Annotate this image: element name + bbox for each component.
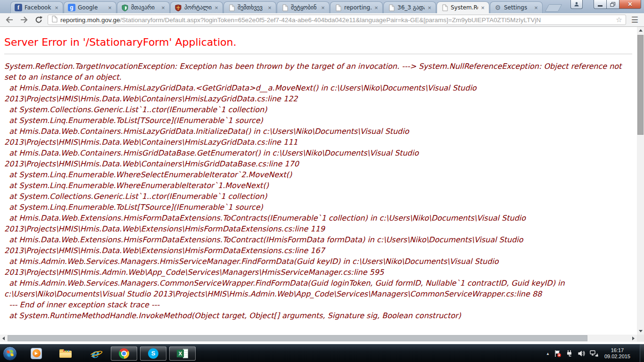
scroll-right-button[interactable] [630,335,637,342]
page-title: Server Error in '/StationaryForm' Applic… [4,36,632,48]
close-tab-icon[interactable]: × [53,5,60,11]
url-path: /Stationaryform/Default.aspx?loginToken=… [120,16,541,24]
back-button[interactable] [4,14,15,25]
tab-shemtkhveva[interactable]: შემთხვევ × [223,1,276,13]
page-icon [51,16,58,25]
horizontal-scrollbar[interactable] [0,335,637,342]
close-tab-icon[interactable]: × [266,5,273,11]
tab-reporting[interactable]: reporting.m × [330,1,383,13]
action-center-flag-icon[interactable] [554,350,561,357]
page-icon [228,4,235,11]
new-tab-button[interactable] [545,4,562,12]
taskbar-item-chrome[interactable] [111,346,137,361]
back-arrow-icon [5,16,14,24]
clock-date: 09.02.2015 [604,354,630,359]
tab-label: 36_3 გადაუ [397,4,425,11]
tab-facebook[interactable]: f Facebook × [10,1,63,13]
url-text[interactable]: reporting.moh.gov.ge/Stationaryform/Defa… [60,16,613,24]
clock-time: 16:17 [611,347,624,353]
forward-button[interactable] [18,14,30,25]
windows-flag-icon [7,350,14,357]
close-tab-icon[interactable]: × [426,5,433,11]
bookmark-star-icon[interactable]: ☆ [616,16,622,24]
taskbar: ▶ e S X ▲ [0,344,644,362]
error-page: Server Error in '/StationaryForm' Applic… [0,27,637,335]
stack-trace-line: at System.Linq.Enumerable.WhereEnumerabl… [4,180,632,191]
scroll-up-icon [639,29,643,32]
scroll-down-icon [639,330,643,332]
taskbar-item-excel[interactable]: X [169,346,196,361]
browser-toolbar: reporting.moh.gov.ge/Stationaryform/Defa… [0,13,644,27]
stack-trace-line: at System.Linq.Enumerable.ToList[TSource… [4,115,632,126]
show-desktop-button[interactable] [640,344,644,362]
power-plug-icon[interactable] [566,350,573,357]
tab-system-reflection-active[interactable]: System.Refl × [437,1,489,13]
taskbar-item-explorer[interactable] [58,346,73,361]
minimize-icon [598,5,603,7]
profile-avatar-button[interactable] [570,0,583,9]
horizontal-scrollbar-thumb[interactable] [8,335,587,341]
page-icon [388,4,395,11]
tab-list: f Facebook × g Google × მთავარი × [10,1,560,13]
reload-icon [34,16,43,24]
tab-google[interactable]: g Google × [64,1,116,13]
taskbar-item-skype[interactable]: S [140,346,166,361]
close-tab-icon[interactable]: × [533,5,539,11]
stack-trace-line: at System.Linq.Enumerable.WhereSelectEnu… [4,169,632,180]
person-icon [574,1,579,7]
vertical-scrollbar[interactable] [637,27,644,335]
window-controls: ✕ [594,0,641,9]
stack-trace-line: at Hmis.Data.Web.Containers.HmisGridData… [4,148,632,169]
restore-button[interactable] [607,0,619,9]
close-tab-icon[interactable]: × [479,5,486,11]
network-icon[interactable] [590,350,598,357]
gear-icon: ⚙ [494,4,502,11]
tab-label: reporting.m [344,4,372,11]
skype-icon: S [148,348,158,359]
scroll-left-button[interactable] [0,335,7,342]
close-window-button[interactable]: ✕ [619,0,641,9]
scrollbar-corner [637,335,644,342]
stack-trace-line: at Hmis.Admin.Web.Services.Managers.Comm… [4,278,632,299]
start-button[interactable] [3,346,17,361]
tab-settings[interactable]: ⚙ Settings × [490,1,543,13]
minimize-button[interactable] [594,0,607,9]
tab-36-3[interactable]: 36_3 გადაუ × [383,1,436,13]
close-tab-icon[interactable]: × [320,5,326,11]
google-icon: g [68,4,75,11]
tab-label: Facebook [25,4,52,11]
chrome-menu-icon[interactable]: ☰ [629,16,640,24]
show-hidden-icons-button[interactable]: ▲ [546,352,550,356]
tab-label: შეტყობინ [291,4,318,11]
tab-label: Google [78,4,105,11]
url-domain: reporting.moh.gov.ge [60,16,120,24]
system-tray: ▲ 16:17 09.02.2015 [546,345,638,362]
tab-portali[interactable]: პორტალი × [170,1,223,13]
volume-icon[interactable] [578,350,586,357]
reload-button[interactable] [33,14,44,25]
close-tab-icon[interactable]: × [373,5,380,11]
shield-icon [121,4,129,11]
taskbar-item-internet-explorer[interactable]: e [88,346,102,361]
stack-trace-line: at Hmis.Admin.Web.Services.Managers.Hmis… [4,256,632,278]
vertical-scrollbar-thumb[interactable] [637,35,644,135]
tab-shetqobineba[interactable]: შეტყობინ × [277,1,330,13]
tab-label: Settings [504,4,531,11]
close-tab-icon[interactable]: × [107,5,113,11]
taskbar-item-media-player[interactable]: ▶ [29,346,43,361]
page-icon [281,4,289,11]
stack-trace-line: at Hmis.Data.Web.Containers.HmisLazyGrid… [4,126,632,148]
stack-trace-line: at System.RuntimeMethodHandle.InvokeMeth… [4,310,632,321]
address-bar[interactable]: reporting.moh.gov.ge/Stationaryform/Defa… [48,15,626,25]
close-tab-icon[interactable]: × [160,5,166,11]
tab-mtavari[interactable]: მთავარი × [117,1,170,13]
stack-trace-line: at Hmis.Data.Web.Containers.HmisLazyGrid… [4,82,632,104]
browser-tab-strip: f Facebook × g Google × მთავარი × [0,0,644,13]
excel-icon: X [177,349,188,358]
forward-arrow-icon [20,16,28,24]
restore-icon [610,2,616,7]
taskbar-clock[interactable]: 16:17 09.02.2015 [604,347,630,360]
scroll-up-button[interactable] [637,27,644,34]
scroll-down-button[interactable] [637,328,644,335]
close-tab-icon[interactable]: × [213,5,220,11]
